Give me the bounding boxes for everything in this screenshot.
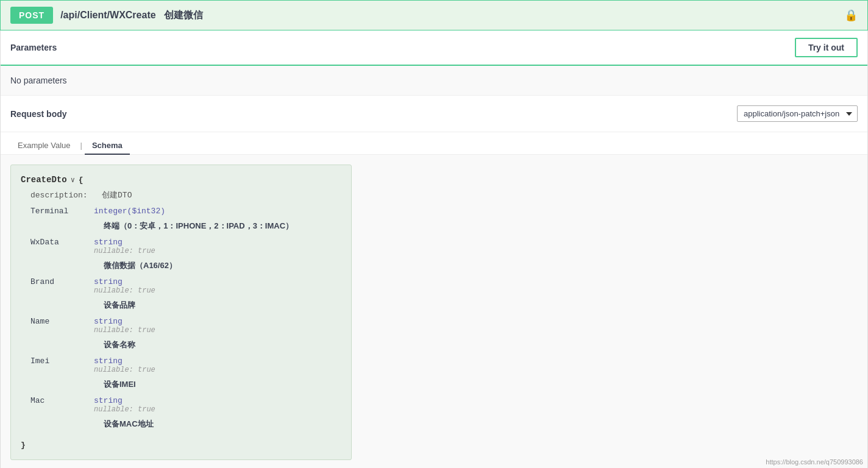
schema-area: CreateDto ∨ { description: 创建DTO Termina… — [1, 155, 867, 468]
field-desc-brand: 设备品牌 — [21, 299, 341, 317]
field-desc-terminal: 终端（0：安卓，1：IPHONE，2：IPAD，3：IMAC） — [21, 219, 341, 238]
field-desc-imei: 设备IMEI — [21, 378, 341, 396]
request-body-header: Request body application/json-patch+json… — [1, 96, 867, 132]
schema-title-row: CreateDto ∨ { — [21, 175, 341, 185]
field-name-mac: Mac — [21, 396, 94, 405]
field-desc-name: 设备名称 — [21, 338, 341, 356]
dto-description-label: description: — [30, 191, 88, 200]
tab-schema[interactable]: Schema — [85, 137, 130, 155]
tab-example-value[interactable]: Example Value — [10, 137, 77, 155]
schema-close-brace: } — [21, 441, 341, 450]
schema-fields: Terminalinteger($int32)终端（0：安卓，1：IPHONE，… — [21, 207, 341, 436]
field-desc-mac: 设备MAC地址 — [21, 417, 341, 436]
field-block-wxdata: WxDatastringnullable: true — [21, 238, 341, 255]
field-details-wxdata: stringnullable: true — [94, 238, 341, 255]
field-details-terminal: integer($int32) — [94, 207, 341, 216]
dto-name: CreateDto — [21, 175, 67, 185]
schema-open-brace: { — [79, 176, 84, 185]
field-desc-wxdata: 微信数据（A16/62） — [21, 259, 341, 277]
field-name-brand: Brand — [21, 277, 94, 286]
field-type: string — [94, 396, 341, 405]
try-it-out-button[interactable]: Try it out — [795, 38, 858, 57]
field-details-brand: stringnullable: true — [94, 277, 341, 295]
field-type: integer($int32) — [94, 207, 341, 216]
schema-box: CreateDto ∨ { description: 创建DTO Termina… — [10, 165, 352, 460]
content-type-select[interactable]: application/json-patch+json application/… — [737, 105, 858, 122]
field-details-imei: stringnullable: true — [94, 356, 341, 374]
field-name-name: Name — [21, 317, 94, 326]
field-nullable: nullable: true — [94, 366, 341, 374]
field-type: string — [94, 317, 341, 326]
field-nullable: nullable: true — [94, 405, 341, 414]
parameters-title: Parameters — [10, 43, 57, 52]
field-details-mac: stringnullable: true — [94, 396, 341, 414]
field-name-terminal: Terminal — [21, 207, 94, 216]
field-type: string — [94, 277, 341, 286]
tab-strip: Example Value | Schema — [1, 132, 867, 155]
field-nullable: nullable: true — [94, 247, 341, 255]
endpoint-path: /api/Client/WXCreate 创建微信 — [60, 9, 837, 22]
no-parameters-text: No parameters — [1, 66, 867, 96]
field-block-mac: Macstringnullable: true — [21, 396, 341, 414]
field-name-wxdata: WxData — [21, 238, 94, 247]
dto-description-row: description: 创建DTO — [21, 190, 341, 200]
request-body-label: Request body — [10, 109, 67, 119]
field-name-imei: Imei — [21, 356, 94, 366]
parameters-section: Parameters Try it out No parameters Requ… — [0, 30, 868, 468]
section-header: Parameters Try it out — [1, 30, 867, 66]
lock-icon: 🔒 — [844, 9, 858, 22]
endpoint-header: POST /api/Client/WXCreate 创建微信 🔒 — [0, 0, 868, 30]
field-type: string — [94, 356, 341, 366]
dto-description-value: 创建DTO — [102, 191, 132, 200]
field-block-terminal: Terminalinteger($int32) — [21, 207, 341, 216]
method-badge: POST — [10, 7, 53, 24]
field-block-brand: Brandstringnullable: true — [21, 277, 341, 295]
schema-chevron-icon[interactable]: ∨ — [71, 176, 75, 185]
field-block-name: Namestringnullable: true — [21, 317, 341, 335]
field-block-imei: Imeistringnullable: true — [21, 356, 341, 374]
watermark: https://blog.csdn.ne/q750993086 — [766, 458, 863, 466]
field-nullable: nullable: true — [94, 326, 341, 335]
field-type: string — [94, 238, 341, 247]
field-details-name: stringnullable: true — [94, 317, 341, 335]
field-nullable: nullable: true — [94, 286, 341, 295]
